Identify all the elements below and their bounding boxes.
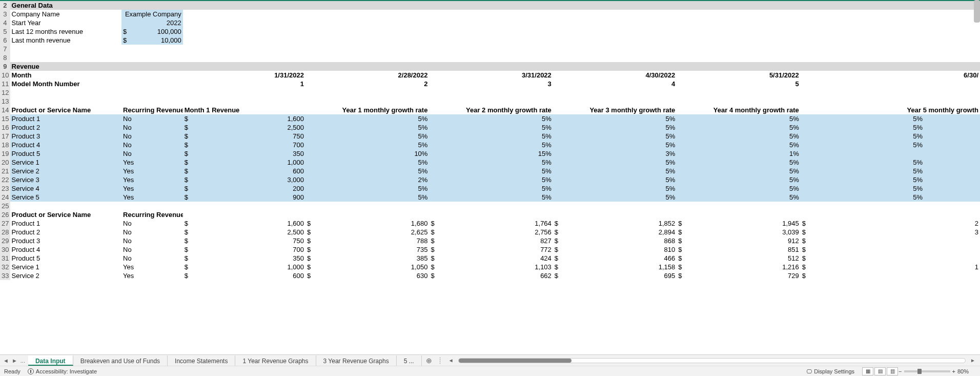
row-header[interactable]: 9 xyxy=(0,62,10,71)
cell-recurring[interactable]: No xyxy=(121,254,183,263)
hscroll-right-icon[interactable]: ► xyxy=(969,358,977,363)
cell-product-name[interactable]: Service 4 xyxy=(10,184,122,193)
cell-growth[interactable]: 5% xyxy=(429,132,553,141)
cell-recurring[interactable]: No xyxy=(121,141,183,149)
cell-recurring[interactable]: Yes xyxy=(121,193,183,202)
cell-calc[interactable]: $1,852 xyxy=(553,219,677,228)
cell-growth[interactable]: 5% xyxy=(677,167,800,175)
cell-calc[interactable]: $1,158 xyxy=(553,263,677,271)
col-recurring2[interactable]: Recurring Revenue? xyxy=(121,210,183,219)
cell-calc[interactable]: $735 xyxy=(305,245,429,254)
col-productname2[interactable]: Product or Service Name xyxy=(10,210,122,219)
cell-product-name[interactable]: Service 2 xyxy=(10,271,122,280)
cell-month[interactable]: 3/31/2022 xyxy=(429,71,553,80)
row-header[interactable]: 18 xyxy=(0,141,10,149)
cell-modelnum[interactable]: 3 xyxy=(429,80,553,88)
cell-growth[interactable]: 5% xyxy=(801,167,924,175)
cell-calc[interactable]: $ xyxy=(801,271,924,280)
cell-calc[interactable]: $1,945 xyxy=(677,219,800,228)
cell-growth[interactable]: 5% xyxy=(677,132,800,141)
cell-growth[interactable]: 5% xyxy=(553,158,677,167)
cell-calc[interactable]: $1,600 xyxy=(183,219,305,228)
cell-calc[interactable]: $662 xyxy=(429,271,553,280)
cell-growth[interactable]: 5% xyxy=(429,175,553,184)
row-header[interactable]: 21 xyxy=(0,167,10,175)
cell-m1rev[interactable]: $3,000 xyxy=(183,175,305,184)
zoom-value[interactable]: 80% xyxy=(957,368,969,374)
row-header[interactable]: 32 xyxy=(0,263,10,271)
cell-company-value[interactable]: Example Company xyxy=(121,10,183,18)
cell-calc[interactable]: $750 xyxy=(183,236,305,245)
row-header[interactable]: 17 xyxy=(0,132,10,141)
cell-calc[interactable]: $772 xyxy=(429,245,553,254)
cell-calc[interactable]: $3,039 xyxy=(677,228,800,236)
cell-calc-partial[interactable]: 3 xyxy=(924,228,980,236)
cell-recurring[interactable]: No xyxy=(121,228,183,236)
cell-growth[interactable]: 5% xyxy=(677,193,800,202)
status-accessibility[interactable]: Accessibility: Investigate xyxy=(28,368,97,374)
cell-growth[interactable]: 5% xyxy=(429,193,553,202)
cell-modelnum[interactable]: 4 xyxy=(553,80,677,88)
cell-growth[interactable]: 5% xyxy=(553,132,677,141)
cell-growth[interactable]: 2% xyxy=(305,175,429,184)
cell-m1rev[interactable]: $700 xyxy=(183,141,305,149)
cell-calc[interactable]: $600 xyxy=(183,271,305,280)
cell-calc[interactable]: $ xyxy=(801,236,924,245)
row-header[interactable]: 20 xyxy=(0,158,10,167)
cell-calc[interactable]: $1,103 xyxy=(429,263,553,271)
row-header[interactable]: 8 xyxy=(0,53,10,62)
cell-month[interactable]: 5/31/2022 xyxy=(677,71,800,80)
cell-growth[interactable]: 5% xyxy=(677,114,800,123)
cell-recurring[interactable]: Yes xyxy=(121,158,183,167)
cell-recurring[interactable]: No xyxy=(121,123,183,132)
cell-product-name[interactable]: Product 1 xyxy=(10,219,122,228)
cell-recurring[interactable]: Yes xyxy=(121,271,183,280)
cell-growth[interactable]: 5% xyxy=(677,175,800,184)
cell-growth[interactable]: 5% xyxy=(305,184,429,193)
cell-product-name[interactable]: Product 3 xyxy=(10,236,122,245)
row-header[interactable]: 33 xyxy=(0,271,10,280)
cell-month-label[interactable]: Month xyxy=(10,71,122,80)
cell-calc[interactable]: $827 xyxy=(429,236,553,245)
cell-calc[interactable]: $350 xyxy=(183,254,305,263)
cell-modelnum-label[interactable]: Model Month Number xyxy=(10,80,122,88)
cell-growth[interactable]: 5% xyxy=(677,158,800,167)
cell-calc-partial[interactable] xyxy=(924,254,980,263)
cell-growth[interactable]: 5% xyxy=(553,167,677,175)
cell-growth[interactable]: 5% xyxy=(429,123,553,132)
add-sheet-button[interactable]: ⊕ xyxy=(422,357,436,365)
cell-product-name[interactable]: Product 5 xyxy=(10,254,122,263)
cell-calc[interactable]: $512 xyxy=(677,254,800,263)
cell-company-label[interactable]: Company Name xyxy=(10,10,122,18)
cell-growth[interactable]: 10% xyxy=(305,149,429,158)
cell-calc[interactable]: $1,000 xyxy=(183,263,305,271)
row-header[interactable]: 19 xyxy=(0,149,10,158)
cell-recurring[interactable]: Yes xyxy=(121,263,183,271)
cell-growth[interactable]: 5% xyxy=(677,184,800,193)
cell-recurring[interactable]: No xyxy=(121,149,183,158)
cell-calc-partial[interactable] xyxy=(924,245,980,254)
tab-nav-more[interactable]: ... xyxy=(21,358,25,364)
cell-product-name[interactable]: Service 1 xyxy=(10,263,122,271)
cell-product-name[interactable]: Product 2 xyxy=(10,228,122,236)
zoom-slider[interactable] xyxy=(904,370,950,372)
col-recurring[interactable]: Recurring Revenue? xyxy=(121,106,183,114)
col-y5[interactable]: Year 5 monthly growth xyxy=(801,106,980,114)
cell-calc-partial[interactable] xyxy=(924,271,980,280)
sheet-tab[interactable]: 3 Year Revenue Graphs xyxy=(316,355,397,366)
cell-calc[interactable]: $1,216 xyxy=(677,263,800,271)
row-header[interactable]: 25 xyxy=(0,202,10,210)
cell-calc[interactable]: $2,756 xyxy=(429,228,553,236)
cell-growth[interactable]: 5% xyxy=(553,175,677,184)
cell-m1rev[interactable]: $200 xyxy=(183,184,305,193)
cell-lastmonth-value[interactable]: $10,000 xyxy=(121,36,183,45)
cell-growth[interactable]: 5% xyxy=(305,158,429,167)
cell-growth[interactable]: 5% xyxy=(553,114,677,123)
row-header[interactable]: 3 xyxy=(0,10,10,18)
row-header[interactable]: 27 xyxy=(0,219,10,228)
row-header[interactable]: 12 xyxy=(0,88,10,97)
cell-product-name[interactable]: Service 2 xyxy=(10,167,122,175)
cell-growth[interactable]: 5% xyxy=(801,184,924,193)
row-header[interactable]: 24 xyxy=(0,193,10,202)
sheet-tab[interactable]: Data Input xyxy=(28,355,73,366)
